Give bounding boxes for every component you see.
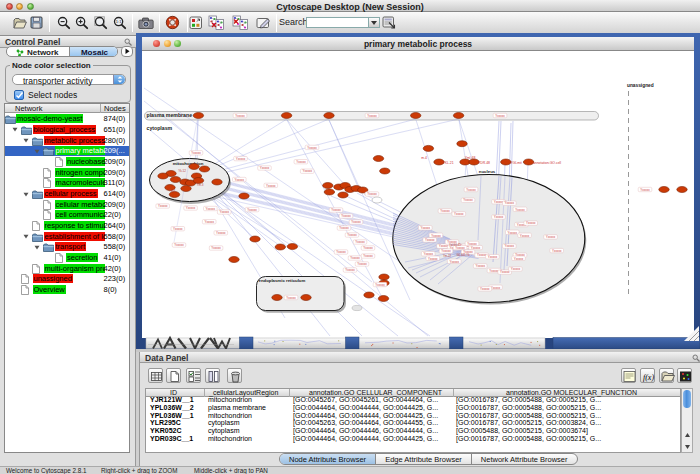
svg-text:Yxxxxx: Yxxxxx [420,226,430,230]
svg-text:Yxxxxx: Yxxxxx [355,240,365,244]
svg-text:YKL.21: YKL.21 [442,161,453,165]
svg-text:Yxxxxx: Yxxxxx [546,235,556,239]
svg-text:Yxxxxx: Yxxxxx [494,215,504,219]
svg-text:Yxxxxx: Yxxxxx [375,283,385,287]
svg-text:f(x): f(x) [643,373,654,382]
svg-text:unassigned: unassigned [627,83,654,88]
svg-text:Yxxxxx: Yxxxxx [345,268,355,272]
svg-text:Yxxxxx: Yxxxxx [449,260,459,264]
svg-text:plasma membrane: plasma membrane [147,112,193,118]
svg-text:YGLmit: YGLmit [510,161,521,165]
svg-text:Yxxxxx: Yxxxxx [307,146,317,150]
svg-text:Yxxxxx: Yxxxxx [173,227,183,231]
svg-text:Yxxxxx: Yxxxxx [186,206,196,210]
svg-text:Yxxxxx: Yxxxxx [441,249,451,253]
svg-text:Yxxxxx: Yxxxxx [475,264,485,268]
svg-text:annotation.GO.cell: annotation.GO.cell [533,161,561,165]
svg-text:Yxxxxx: Yxxxxx [505,201,515,205]
svg-text:Yxxxxx: Yxxxxx [350,256,360,260]
svg-text:Yxxxxx: Yxxxxx [500,270,510,274]
svg-text:Yml.48: Yml.48 [465,156,476,160]
svg-text:Yxxxxx: Yxxxxx [467,242,477,246]
svg-text:1:1: 1:1 [115,19,121,24]
svg-text:Yxxxxx: Yxxxxx [302,169,312,173]
svg-text:Yxxxxx: Yxxxxx [336,250,346,254]
svg-text:Yk.12: Yk.12 [178,169,186,173]
svg-text:Yxxxxx: Yxxxxx [367,114,377,118]
svg-text:G0.441,Yk: G0.441,Yk [456,253,470,257]
svg-text:Yxxxxx: Yxxxxx [495,114,505,118]
svg-text:Yxxxxx: Yxxxxx [191,151,201,155]
svg-text:Yxxxxx: Yxxxxx [508,231,518,235]
svg-text:Yxxxxx: Yxxxxx [505,244,515,248]
svg-text:Yd.G0.45: Yd.G0.45 [449,243,461,247]
svg-text:endoplasmic reticulum: endoplasmic reticulum [259,278,306,283]
svg-text:Yxxxxx: Yxxxxx [428,257,438,261]
svg-text:Yxxxxx: Yxxxxx [260,166,270,170]
svg-text:nucleus: nucleus [479,169,496,174]
svg-text:cytoplasm: cytoplasm [147,125,173,131]
svg-text:Yxxxxx: Yxxxxx [363,246,373,250]
svg-text:Yxxxxx: Yxxxxx [440,209,450,213]
svg-text:Yxxxxx: Yxxxxx [296,160,306,164]
svg-text:Yb.8: Yb.8 [169,189,176,193]
svg-text:Yxxxxx: Yxxxxx [491,286,501,290]
svg-text:mitochondrion: mitochondrion [173,161,204,166]
svg-text:Yxxxxx: Yxxxxx [247,208,257,212]
svg-text:Yxxxxx: Yxxxxx [204,220,214,224]
svg-text:Yxxxxx: Yxxxxx [219,210,229,214]
svg-text:Yxxxxx: Yxxxxx [174,243,184,247]
svg-text:Yxxxxx: Yxxxxx [341,214,351,218]
svg-text:Yxxxxx: Yxxxxx [463,198,473,202]
svg-text:Yxxxxx: Yxxxxx [454,212,464,216]
svg-text:Yxxxxx: Yxxxxx [515,208,525,212]
svg-text:Yxxxxx: Yxxxxx [211,246,221,250]
svg-text:Ym.22: Ym.22 [443,254,452,258]
svg-text:Yxxxxx: Yxxxxx [466,188,476,192]
svg-text:Yxxxxx: Yxxxxx [363,254,373,258]
svg-text:Yxxxxx: Yxxxxx [423,252,433,256]
svg-text:Yxxxxx: Yxxxxx [235,114,245,118]
svg-text:Yxxxxx: Yxxxxx [235,178,245,182]
svg-text:Yxxxxx: Yxxxxx [488,255,498,259]
svg-text:Yxxxxx: Yxxxxx [520,234,530,238]
svg-text:Yxxxxx: Yxxxxx [471,246,481,250]
svg-text:Yxxxxx: Yxxxxx [640,188,650,192]
svg-text:Yxxxxx: Yxxxxx [511,267,521,271]
svg-text:Yxxxxx: Yxxxxx [552,249,562,253]
svg-text:Yxxxxx: Yxxxxx [351,220,361,224]
svg-text:Yxxxxx: Yxxxxx [236,157,246,161]
svg-text:Yxxxxx: Yxxxxx [331,208,341,212]
svg-text:Yxxxxx: Yxxxxx [339,226,349,230]
svg-text:Yxxxxx: Yxxxxx [425,238,435,242]
svg-text:Yxxxxx: Yxxxxx [480,287,490,291]
svg-text:Yxxxxx: Yxxxxx [347,233,357,237]
svg-text:Yxxxxx: Yxxxxx [158,204,168,208]
svg-text:Yxxxxx: Yxxxxx [266,184,276,188]
svg-text:Yxxxxx: Yxxxxx [206,207,216,211]
svg-text:Yxxxxx: Yxxxxx [514,257,524,261]
svg-text:Yxxxxx: Yxxxxx [286,296,296,300]
svg-text:m.4: m.4 [421,156,427,160]
svg-text:Yxxxxx: Yxxxxx [216,231,226,235]
svg-text:Yxxxxx: Yxxxxx [431,234,441,238]
svg-text:Yxxxxx: Yxxxxx [526,221,536,225]
svg-text:Yxxxxx: Yxxxxx [494,200,504,204]
svg-text:Yxxxxx: Yxxxxx [367,192,377,196]
svg-text:Ym.3: Ym.3 [196,183,203,187]
svg-text:YDR.48: YDR.48 [478,161,490,165]
svg-text:Yxxxxx: Yxxxxx [357,262,367,266]
